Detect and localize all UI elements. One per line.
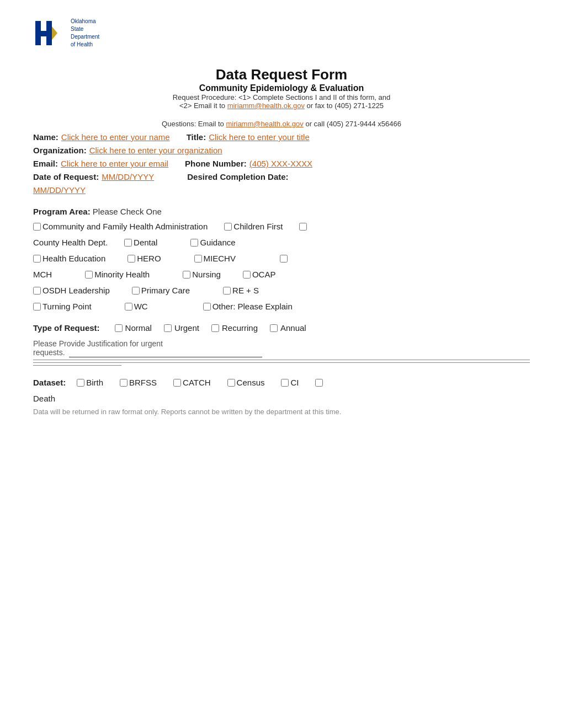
questions-email[interactable]: miriamm@health.ok.gov <box>226 120 303 128</box>
completion-value[interactable]: MM/DD/YYYY <box>33 185 86 195</box>
program-area-title: Program Area: Please Check One <box>33 207 530 216</box>
completion-value-row: MM/DD/YYYY <box>33 185 530 195</box>
dataset-birth-input[interactable] <box>77 379 84 387</box>
checkbox-minority[interactable]: Minority Health <box>85 270 150 279</box>
checkbox-blank2-input[interactable] <box>280 255 288 263</box>
justify-underline1 <box>33 360 530 360</box>
program-row-3: Health Education HERO MIECHV <box>33 254 530 263</box>
org-value[interactable]: Click here to enter your organization <box>89 146 222 155</box>
type-row: Type of Request: Normal Urgent Recurring… <box>33 323 530 333</box>
title-email-link[interactable]: miriamm@health.ok.gov <box>227 101 305 110</box>
dataset-census[interactable]: Census <box>227 378 265 387</box>
checkbox-osdh-input[interactable] <box>33 287 41 295</box>
checkbox-hero[interactable]: HERO <box>128 254 161 263</box>
checkbox-wc[interactable]: WC <box>125 302 148 311</box>
dataset-label: Dataset: <box>33 378 66 387</box>
program-row-4: MCH Minority Health Nursing OCAP <box>33 270 530 279</box>
program-area-section: Program Area: Please Check One Community… <box>33 207 530 311</box>
date-label: Date of Request: <box>33 172 99 181</box>
checkbox-hero-input[interactable] <box>128 255 135 263</box>
dataset-census-input[interactable] <box>227 379 235 387</box>
title-value[interactable]: Click here to enter your title <box>209 132 310 142</box>
checkbox-dental[interactable]: Dental <box>124 238 157 247</box>
checkbox-guidance[interactable]: Guidance <box>190 238 235 247</box>
type-normal[interactable]: Normal <box>115 323 152 333</box>
type-urgent[interactable]: Urgent <box>164 323 199 333</box>
procedure-line2: <2> Email it to miriamm@health.ok.gov or… <box>33 101 530 110</box>
type-recurring[interactable]: Recurring <box>211 323 258 333</box>
program-row-5: OSDH Leadership Primary Care RE + S <box>33 286 530 295</box>
checkbox-community-input[interactable] <box>33 223 41 231</box>
dataset-ci[interactable]: CI <box>281 378 299 387</box>
type-urgent-input[interactable] <box>164 324 172 332</box>
checkbox-wc-input[interactable] <box>125 303 132 311</box>
oklahoma-health-logo <box>33 17 66 50</box>
checkbox-children-first[interactable]: Children First <box>224 222 283 231</box>
dataset-blank[interactable] <box>315 379 325 387</box>
type-annual-input[interactable] <box>270 324 278 332</box>
org-row: Organization: Click here to enter your o… <box>33 146 530 155</box>
checkbox-primary[interactable]: Primary Care <box>132 286 190 295</box>
name-value[interactable]: Click here to enter your name <box>61 132 170 142</box>
checkbox-nursing[interactable]: Nursing <box>183 270 221 279</box>
form-title: Data Request Form <box>33 66 530 83</box>
dataset-catch-input[interactable] <box>173 379 181 387</box>
procedure-line1: Request Procedure: <1> Complete Sections… <box>33 93 530 101</box>
checkbox-ocap[interactable]: OCAP <box>243 270 276 279</box>
checkbox-guidance-input[interactable] <box>190 239 198 247</box>
title-label: Title: <box>187 132 206 142</box>
checkbox-blank1[interactable] <box>299 223 309 231</box>
justify-label2: requests. <box>33 348 65 357</box>
form-subtitle: Community Epidemiology & Evaluation <box>33 83 530 93</box>
dataset-ci-input[interactable] <box>281 379 289 387</box>
justify-block: Please Provide Justification for urgent … <box>33 339 530 357</box>
dataset-row: Dataset: Birth BRFSS CATCH Census CI <box>33 378 530 387</box>
type-normal-input[interactable] <box>115 324 123 332</box>
checkbox-ocap-input[interactable] <box>243 271 251 279</box>
checkbox-blank2[interactable] <box>280 255 289 263</box>
checkbox-res[interactable]: RE + S <box>223 286 259 295</box>
type-of-request-section: Type of Request: Normal Urgent Recurring… <box>33 323 530 366</box>
date-value[interactable]: MM/DD/YYYY <box>102 172 154 181</box>
mch-label: MCH <box>33 270 52 279</box>
justify-underline2 <box>33 362 530 363</box>
logo-text: Oklahoma State Department of Health <box>71 18 99 49</box>
checkbox-children-first-input[interactable] <box>224 223 232 231</box>
completion-label: Desired Completion Date: <box>187 172 288 181</box>
name-title-row: Name: Click here to enter your name Titl… <box>33 132 530 142</box>
checkbox-miechv-input[interactable] <box>194 255 202 263</box>
checkbox-minority-input[interactable] <box>85 271 93 279</box>
type-recurring-input[interactable] <box>211 324 219 332</box>
dataset-brfss[interactable]: BRFSS <box>120 378 157 387</box>
dataset-catch[interactable]: CATCH <box>173 378 211 387</box>
justify-underline3 <box>33 365 121 366</box>
checkbox-osdh[interactable]: OSDH Leadership <box>33 286 110 295</box>
death-note: Data will be returned in raw format only… <box>33 406 530 417</box>
checkbox-res-input[interactable] <box>223 287 231 295</box>
checkbox-community[interactable]: Community and Family Health Administrati… <box>33 222 208 231</box>
justify-label: Please Provide Justification for urgent <box>33 339 163 348</box>
checkbox-other-input[interactable] <box>203 303 211 311</box>
org-label: Organization: <box>33 146 87 155</box>
checkbox-primary-input[interactable] <box>132 287 140 295</box>
phone-value[interactable]: (405) XXX-XXXX <box>249 159 312 168</box>
email-phone-row: Email: Click here to enter your email Ph… <box>33 159 530 168</box>
type-annual[interactable]: Annual <box>270 323 306 333</box>
name-label: Name: <box>33 132 59 142</box>
email-value[interactable]: Click here to enter your email <box>61 159 168 168</box>
checkbox-turning-input[interactable] <box>33 303 41 311</box>
checkbox-health-ed[interactable]: Health Education <box>33 254 105 263</box>
checkbox-miechv[interactable]: MIECHV <box>194 254 236 263</box>
checkbox-blank1-input[interactable] <box>299 223 307 231</box>
dataset-brfss-input[interactable] <box>120 379 128 387</box>
checkbox-nursing-input[interactable] <box>183 271 190 279</box>
checkbox-dental-input[interactable] <box>124 239 132 247</box>
justify-field[interactable] <box>69 348 262 357</box>
dataset-blank-input[interactable] <box>315 379 323 387</box>
county-health-label: County Health Dept. <box>33 238 108 247</box>
email-label: Email: <box>33 159 58 168</box>
checkbox-health-ed-input[interactable] <box>33 255 41 263</box>
dataset-birth[interactable]: Birth <box>77 378 103 387</box>
checkbox-turning[interactable]: Turning Point <box>33 302 92 311</box>
checkbox-other[interactable]: Other: Please Explain <box>203 302 293 311</box>
